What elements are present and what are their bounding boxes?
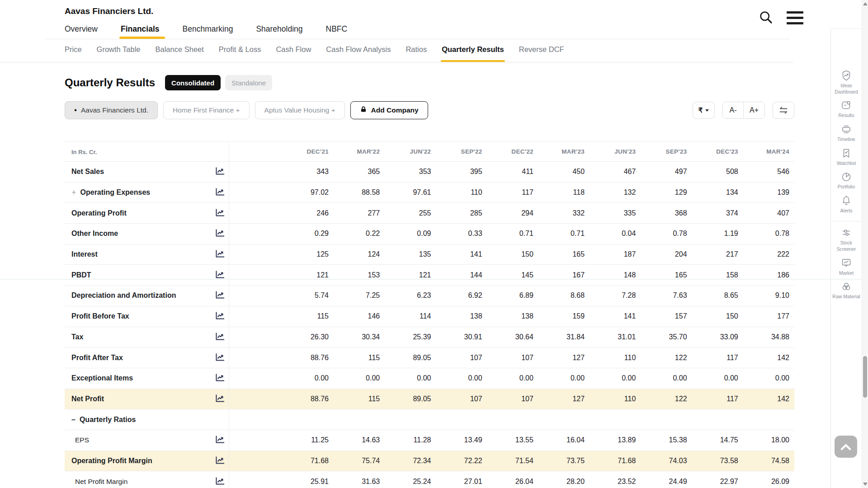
chart-icon-button[interactable] bbox=[214, 208, 225, 218]
chart-icon-button[interactable] bbox=[214, 456, 225, 466]
font-decrease-button[interactable]: A- bbox=[723, 102, 744, 118]
value-cell: 411 bbox=[482, 168, 533, 176]
sidebar-item-results[interactable]: Results bbox=[831, 99, 862, 119]
tab-financials[interactable]: Financials bbox=[121, 23, 160, 39]
line-chart-icon bbox=[215, 353, 225, 362]
value-cell: 222 bbox=[738, 250, 789, 258]
sidebar-item-portfolio[interactable]: Portfolio bbox=[831, 171, 862, 190]
consolidated-button[interactable]: Consolidated bbox=[165, 75, 221, 90]
minus-icon[interactable]: – bbox=[71, 416, 75, 423]
chip-aavas-financiers[interactable]: • Aavas Financiers Ltd. bbox=[65, 101, 158, 119]
compare-swap-icon[interactable] bbox=[773, 102, 794, 119]
watchlist-icon bbox=[840, 147, 852, 159]
tab-benchmarking[interactable]: Benchmarking bbox=[183, 23, 233, 39]
chart-icon-button[interactable] bbox=[214, 249, 225, 259]
value-cell: 0.00 bbox=[636, 374, 687, 382]
chart-icon-button[interactable] bbox=[214, 291, 225, 300]
table-row: Interest 125124135141150165187204217222 bbox=[65, 244, 794, 265]
chart-icon-button[interactable] bbox=[214, 229, 225, 239]
value-cell: 177 bbox=[738, 312, 789, 320]
chart-icon-button[interactable] bbox=[214, 477, 225, 487]
subtab-ratios[interactable]: Ratios bbox=[406, 44, 427, 62]
row-cells: 246277255285294332335368374407 bbox=[229, 203, 794, 223]
value-cell: 148 bbox=[585, 271, 636, 279]
header: Aavas Financiers Ltd. Overview Financial… bbox=[0, 0, 830, 62]
chart-icon-button[interactable] bbox=[214, 394, 225, 404]
chart-icon-button[interactable] bbox=[214, 373, 225, 383]
subtab-balance-sheet[interactable]: Balance Sheet bbox=[156, 44, 204, 62]
row-label: Operating Profit bbox=[71, 209, 127, 217]
sidebar-item-market[interactable]: Market bbox=[831, 257, 862, 277]
value-cell: 124 bbox=[329, 250, 380, 258]
chart-icon-button[interactable] bbox=[214, 188, 225, 197]
scrollbar-thumb[interactable] bbox=[863, 356, 867, 398]
company-title: Aavas Financiers Ltd. bbox=[65, 6, 830, 16]
tab-nbfc[interactable]: NBFC bbox=[326, 23, 348, 39]
value-cell: 246 bbox=[229, 209, 329, 217]
tab-overview[interactable]: Overview bbox=[65, 23, 98, 39]
sidebar-item-ideas-dashboard[interactable]: Ideas Dashboard bbox=[831, 70, 862, 95]
table-header-row: In Rs. Cr. DEC'21 MAR'22 JUN'22 SEP'22 D… bbox=[65, 142, 794, 162]
scroll-to-top-button[interactable] bbox=[835, 436, 857, 458]
value-cell: 141 bbox=[585, 312, 636, 320]
chart-icon-button[interactable] bbox=[214, 435, 225, 445]
chart-icon-button[interactable] bbox=[214, 167, 225, 177]
quarterly-results-table: In Rs. Cr. DEC'21 MAR'22 JUN'22 SEP'22 D… bbox=[65, 141, 794, 488]
tab-shareholding[interactable]: Shareholding bbox=[256, 23, 302, 39]
value-cell: 13.55 bbox=[482, 436, 533, 444]
menu-icon[interactable] bbox=[787, 11, 803, 24]
sidebar-item-timeline[interactable]: Timeline bbox=[831, 123, 862, 143]
row-label: Net Profit Margin bbox=[71, 478, 127, 486]
line-chart-icon bbox=[215, 373, 225, 382]
chip-home-first-finance[interactable]: Home First Finance + bbox=[163, 101, 250, 119]
line-chart-icon bbox=[215, 188, 225, 197]
value-cell: 11.25 bbox=[229, 436, 329, 444]
value-cell: 115 bbox=[229, 312, 329, 320]
subtab-cash-flow[interactable]: Cash Flow bbox=[276, 44, 311, 62]
value-cell: 74.03 bbox=[636, 457, 687, 465]
sidebar-item-stock-screener[interactable]: Stock Screener bbox=[831, 227, 862, 252]
row-label: Profit Before Tax bbox=[71, 312, 129, 320]
row-cells: 26.3030.3425.3930.9130.6431.8431.0135.70… bbox=[229, 327, 794, 347]
value-cell: 7.63 bbox=[636, 291, 687, 300]
chart-icon-button[interactable] bbox=[214, 311, 225, 321]
search-icon[interactable] bbox=[759, 10, 773, 26]
row-cells: 125124135141150165187204217222 bbox=[229, 244, 794, 265]
value-cell: 89.05 bbox=[380, 354, 431, 362]
value-cell: 121 bbox=[229, 271, 329, 279]
value-cell: 132 bbox=[585, 188, 636, 197]
subtab-quarterly-results[interactable]: Quarterly Results bbox=[442, 44, 504, 62]
currency-dropdown[interactable]: ₹ bbox=[693, 102, 715, 119]
row-cells: 25.9131.6325.2427.0126.0428.2023.5224.49… bbox=[229, 471, 794, 488]
plus-icon[interactable]: + bbox=[71, 188, 76, 197]
value-cell: 125 bbox=[229, 250, 329, 258]
page-scrollbar[interactable] bbox=[862, 0, 868, 488]
font-increase-button[interactable]: A+ bbox=[744, 102, 764, 118]
value-cell: 14.63 bbox=[329, 436, 380, 444]
value-cell: 122 bbox=[636, 354, 687, 362]
scrollbar-down-arrow[interactable] bbox=[863, 483, 868, 486]
add-company-button[interactable]: Add Company bbox=[350, 101, 428, 119]
value-cell: 88.76 bbox=[229, 395, 329, 403]
value-cell: 157 bbox=[636, 312, 687, 320]
subtab-profit-loss[interactable]: Profit & Loss bbox=[219, 44, 261, 62]
sidebar-item-watchlist[interactable]: Watchlist bbox=[831, 147, 862, 167]
value-cell: 30.34 bbox=[329, 333, 380, 341]
chart-icon-button[interactable] bbox=[214, 353, 225, 363]
sidebar-item-alerts[interactable]: Alerts bbox=[831, 195, 862, 214]
subtab-price[interactable]: Price bbox=[65, 44, 82, 62]
value-cell: 75.74 bbox=[329, 457, 380, 465]
subtab-reverse-dcf[interactable]: Reverse DCF bbox=[519, 44, 564, 62]
sidebar-item-raw-material[interactable]: Raw Material bbox=[831, 281, 862, 300]
value-cell: 30.64 bbox=[482, 333, 533, 341]
value-cell: 508 bbox=[687, 168, 738, 176]
line-chart-icon bbox=[215, 249, 225, 258]
subtab-cash-flow-analysis[interactable]: Cash Flow Analysis bbox=[326, 44, 391, 62]
chart-icon-button[interactable] bbox=[214, 332, 225, 342]
standalone-button[interactable]: Standalone bbox=[225, 75, 272, 90]
value-cell: 121 bbox=[380, 271, 431, 279]
scrollbar-up-arrow[interactable] bbox=[863, 2, 868, 5]
chip-aptus-value-housing[interactable]: Aptus Value Housing + bbox=[255, 101, 345, 119]
value-cell: 8.68 bbox=[533, 291, 585, 300]
subtab-growth-table[interactable]: Growth Table bbox=[97, 44, 141, 62]
